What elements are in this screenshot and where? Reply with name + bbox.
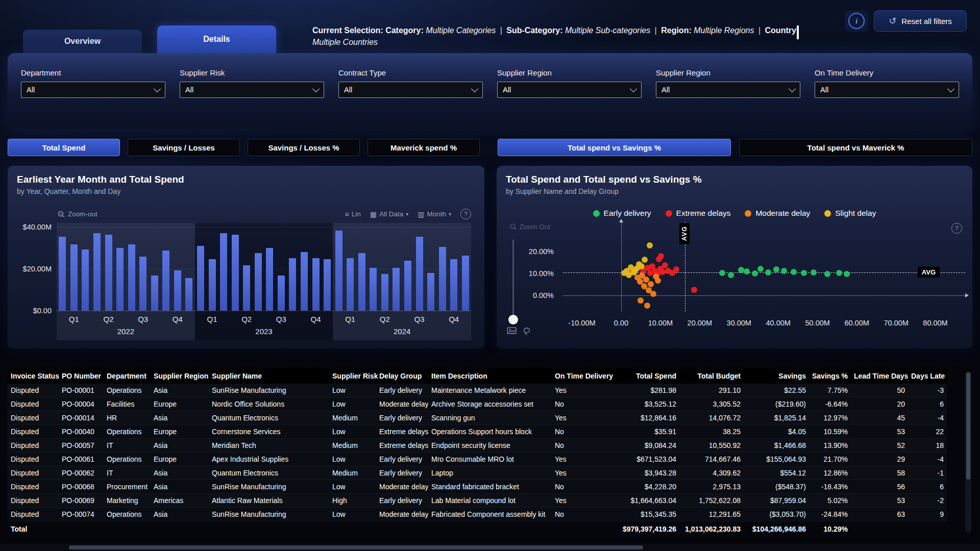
scatter-point-early-delivery[interactable] xyxy=(728,272,734,278)
legend-item-extreme-delays[interactable]: Extreme delays xyxy=(666,209,731,218)
bar[interactable] xyxy=(151,276,158,311)
bar[interactable] xyxy=(347,258,354,311)
scatter-point-early-delivery[interactable] xyxy=(836,270,842,276)
scatter-point-early-delivery[interactable] xyxy=(744,268,750,274)
scatter-point-early-delivery[interactable] xyxy=(844,271,850,277)
linear-scale-toggle[interactable]: ≡ Lin xyxy=(345,210,360,218)
scatter-point-moderate-delay[interactable] xyxy=(648,281,654,287)
table-row[interactable]: DisputedPO-00062ITAsiaQuantum Electronic… xyxy=(8,466,947,480)
filter-dropdown-supplier-region-4[interactable]: All xyxy=(497,82,642,98)
all-data-dropdown[interactable]: ▦ All Data ▾ xyxy=(370,210,409,218)
metric-button-total-spend[interactable]: Total Spend xyxy=(8,139,120,156)
column-header-savings[interactable]: Savings % xyxy=(809,368,851,384)
table-row[interactable]: DisputedPO-00061OperationsEuropeApex Ind… xyxy=(8,453,947,466)
scatter-point-slight-delay[interactable] xyxy=(632,267,639,273)
bar[interactable] xyxy=(162,251,169,311)
bar[interactable] xyxy=(427,273,434,311)
metric-button-savings-losses[interactable]: Savings / Losses % xyxy=(248,139,360,156)
scatter-point-moderate-delay[interactable] xyxy=(644,303,650,309)
column-header-supplier-region[interactable]: Supplier Region xyxy=(151,368,209,384)
bar[interactable] xyxy=(93,233,101,311)
bar[interactable] xyxy=(232,235,239,311)
column-header-days-late[interactable]: Days Late xyxy=(908,368,947,384)
scatter-point-slight-delay[interactable] xyxy=(642,257,648,263)
column-header-supplier-name[interactable]: Supplier Name xyxy=(209,368,329,384)
month-granularity-dropdown[interactable]: ▥ Month ▾ xyxy=(418,210,451,218)
metric-button-maverick-spend[interactable]: Maverick spend % xyxy=(368,139,480,156)
bar[interactable] xyxy=(324,259,331,311)
filter-dropdown-contract-type-3[interactable]: All xyxy=(338,82,483,98)
image-export-icon[interactable] xyxy=(507,327,517,335)
scatter-point-early-delivery[interactable] xyxy=(824,271,830,277)
scatter-point-slight-delay[interactable] xyxy=(639,263,645,269)
help-icon[interactable]: ? xyxy=(460,209,471,219)
table-row[interactable]: DisputedPO-00068ProcurementAsiaSunRise M… xyxy=(8,480,947,494)
column-header-item-description[interactable]: Item Description xyxy=(428,368,552,384)
bar[interactable] xyxy=(266,248,273,311)
bar[interactable] xyxy=(185,278,192,311)
scatter-point-early-delivery[interactable] xyxy=(791,269,797,275)
bar[interactable] xyxy=(462,256,469,311)
table-row[interactable]: DisputedPO-00001OperationsAsiaSunRise Ma… xyxy=(8,384,947,397)
lasso-select-icon[interactable] xyxy=(523,327,531,335)
filter-dropdown-supplier-region-5[interactable]: All xyxy=(656,82,800,98)
scatter-zoom-out-button[interactable]: Zoom Out xyxy=(510,223,550,231)
bar[interactable] xyxy=(404,261,411,311)
scatter-point-early-delivery[interactable] xyxy=(801,270,807,276)
scatter-point-extreme-delays[interactable] xyxy=(673,266,679,272)
bar[interactable] xyxy=(278,276,285,311)
scatter-point-early-delivery[interactable] xyxy=(811,269,817,276)
scatter-point-early-delivery[interactable] xyxy=(738,267,744,273)
column-header-lead-time-days[interactable]: Lead Time Days xyxy=(851,368,908,384)
tab-details[interactable]: Details xyxy=(157,26,276,53)
scatter-point-early-delivery[interactable] xyxy=(765,269,771,276)
bar[interactable] xyxy=(128,244,135,311)
table-row[interactable]: DisputedPO-00057ITAsiaMeridian TechMediu… xyxy=(8,439,947,453)
scatter-point-early-delivery[interactable] xyxy=(781,268,787,274)
scatter-point-early-delivery[interactable] xyxy=(719,270,725,276)
bar[interactable] xyxy=(358,253,365,311)
column-header-invoice-status[interactable]: Invoice Status xyxy=(8,368,59,384)
table-vertical-scrollbar[interactable] xyxy=(965,371,971,533)
bar[interactable] xyxy=(393,268,400,311)
bar[interactable] xyxy=(174,270,181,311)
scatter-point-moderate-delay[interactable] xyxy=(655,278,661,284)
bar[interactable] xyxy=(105,235,112,311)
filter-dropdown-department-1[interactable]: All xyxy=(21,82,165,98)
scatter-point-moderate-delay[interactable] xyxy=(638,297,644,304)
scatter-point-slight-delay[interactable] xyxy=(647,242,653,248)
scatter-point-slight-delay[interactable] xyxy=(621,270,627,276)
bar[interactable] xyxy=(312,258,320,311)
zoom-out-button[interactable]: Zoom-out xyxy=(58,210,97,218)
bar[interactable] xyxy=(82,249,89,311)
bar[interactable] xyxy=(59,237,66,311)
table-row[interactable]: DisputedPO-00040OperationsEuropeCornerst… xyxy=(8,425,947,439)
scatter-point-moderate-delay[interactable] xyxy=(650,291,656,297)
column-header-savings[interactable]: Savings xyxy=(744,368,809,384)
legend-item-slight-delay[interactable]: Slight delay xyxy=(824,209,876,218)
bar[interactable] xyxy=(301,252,308,311)
bar[interactable] xyxy=(243,265,250,311)
column-header-supplier-risk[interactable]: Supplier Risk xyxy=(329,368,376,384)
bar[interactable] xyxy=(220,233,227,311)
scatter-point-early-delivery[interactable] xyxy=(757,266,764,272)
table-row[interactable]: DisputedPO-00074OperationsAsiaSunRise Ma… xyxy=(8,508,947,521)
column-header-on-time-delivery[interactable]: On Time Delivery xyxy=(552,368,617,384)
filter-dropdown-supplier-risk-2[interactable]: All xyxy=(180,82,324,98)
table-row[interactable]: DisputedPO-00004FacilitiesEuropeNordic O… xyxy=(8,397,947,411)
table-row[interactable]: DisputedPO-00014HRAsiaQuantum Electronic… xyxy=(8,411,947,425)
page-horizontal-scrollbar[interactable] xyxy=(0,544,980,551)
bar[interactable] xyxy=(197,246,204,311)
bar[interactable] xyxy=(139,257,146,311)
scatter-point-extreme-delays[interactable] xyxy=(658,253,664,259)
bar[interactable] xyxy=(209,259,216,311)
legend-item-early-delivery[interactable]: Early delivery xyxy=(593,209,651,218)
table-row[interactable]: DisputedPO-00069MarketingAmericasAtlanti… xyxy=(8,494,947,508)
column-header-delay-group[interactable]: Delay Group xyxy=(376,368,428,384)
bar[interactable] xyxy=(116,248,124,311)
scatter-point-early-delivery[interactable] xyxy=(752,270,758,277)
bar[interactable] xyxy=(289,258,296,311)
scrollbar-thumb[interactable] xyxy=(966,372,970,480)
bar[interactable] xyxy=(381,274,388,311)
info-button[interactable]: i xyxy=(845,10,868,32)
